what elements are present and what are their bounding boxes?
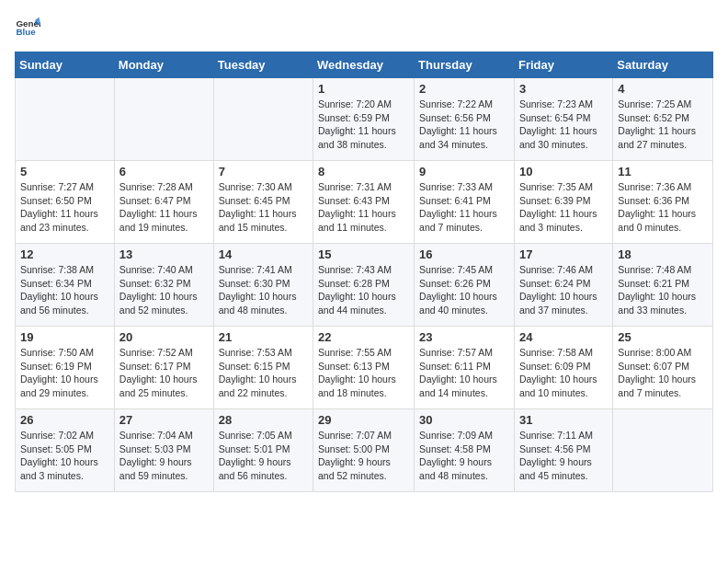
- day-number: 23: [419, 330, 509, 344]
- header: General Blue: [15, 15, 713, 40]
- day-info: Sunrise: 7:55 AM Sunset: 6:13 PM Dayligh…: [318, 346, 409, 400]
- table-cell: 9Sunrise: 7:33 AM Sunset: 6:41 PM Daylig…: [415, 161, 515, 244]
- table-cell: 29Sunrise: 7:07 AM Sunset: 5:00 PM Dayli…: [313, 409, 415, 492]
- day-number: 3: [519, 82, 608, 96]
- week-row-1: 5Sunrise: 7:27 AM Sunset: 6:50 PM Daylig…: [16, 161, 713, 244]
- day-info: Sunrise: 7:52 AM Sunset: 6:17 PM Dayligh…: [119, 346, 209, 400]
- day-number: 13: [119, 247, 209, 261]
- table-cell: [114, 78, 213, 161]
- calendar-body: 1Sunrise: 7:20 AM Sunset: 6:59 PM Daylig…: [16, 78, 713, 492]
- col-monday: Monday: [114, 52, 213, 78]
- day-number: 1: [318, 82, 409, 96]
- day-number: 10: [519, 165, 608, 178]
- day-number: 8: [318, 165, 409, 178]
- day-number: 14: [219, 247, 308, 261]
- table-cell: 5Sunrise: 7:27 AM Sunset: 6:50 PM Daylig…: [16, 161, 115, 244]
- week-row-3: 19Sunrise: 7:50 AM Sunset: 6:19 PM Dayli…: [16, 327, 713, 409]
- day-number: 28: [219, 413, 308, 427]
- day-info: Sunrise: 7:35 AM Sunset: 6:39 PM Dayligh…: [519, 180, 608, 235]
- table-cell: 2Sunrise: 7:22 AM Sunset: 6:56 PM Daylig…: [415, 78, 515, 161]
- table-cell: 7Sunrise: 7:30 AM Sunset: 6:45 PM Daylig…: [213, 161, 313, 244]
- day-number: 7: [219, 165, 308, 178]
- table-cell: 21Sunrise: 7:53 AM Sunset: 6:15 PM Dayli…: [213, 327, 313, 409]
- table-cell: 11Sunrise: 7:36 AM Sunset: 6:36 PM Dayli…: [613, 161, 713, 244]
- day-info: Sunrise: 7:31 AM Sunset: 6:43 PM Dayligh…: [318, 180, 409, 235]
- day-info: Sunrise: 7:05 AM Sunset: 5:01 PM Dayligh…: [219, 429, 308, 483]
- day-number: 20: [119, 330, 209, 344]
- table-cell: 23Sunrise: 7:57 AM Sunset: 6:11 PM Dayli…: [415, 327, 515, 409]
- day-info: Sunrise: 7:53 AM Sunset: 6:15 PM Dayligh…: [219, 346, 308, 400]
- day-number: 6: [119, 165, 209, 178]
- day-number: 27: [119, 413, 209, 427]
- table-cell: 19Sunrise: 7:50 AM Sunset: 6:19 PM Dayli…: [16, 327, 115, 409]
- day-info: Sunrise: 7:48 AM Sunset: 6:21 PM Dayligh…: [618, 263, 708, 317]
- day-info: Sunrise: 7:57 AM Sunset: 6:11 PM Dayligh…: [419, 346, 509, 400]
- day-info: Sunrise: 7:38 AM Sunset: 6:34 PM Dayligh…: [20, 263, 109, 317]
- day-number: 22: [318, 330, 409, 344]
- table-cell: 18Sunrise: 7:48 AM Sunset: 6:21 PM Dayli…: [613, 244, 713, 327]
- table-cell: [16, 78, 115, 161]
- table-cell: 27Sunrise: 7:04 AM Sunset: 5:03 PM Dayli…: [114, 409, 213, 492]
- day-number: 11: [618, 165, 708, 178]
- day-number: 16: [419, 247, 509, 261]
- col-sunday: Sunday: [16, 52, 115, 78]
- day-info: Sunrise: 7:45 AM Sunset: 6:26 PM Dayligh…: [419, 263, 509, 317]
- col-friday: Friday: [514, 52, 612, 78]
- table-cell: [213, 78, 313, 161]
- day-info: Sunrise: 7:09 AM Sunset: 4:58 PM Dayligh…: [419, 429, 509, 483]
- week-row-0: 1Sunrise: 7:20 AM Sunset: 6:59 PM Daylig…: [16, 78, 713, 161]
- col-tuesday: Tuesday: [213, 52, 313, 78]
- table-cell: 6Sunrise: 7:28 AM Sunset: 6:47 PM Daylig…: [114, 161, 213, 244]
- day-info: Sunrise: 7:40 AM Sunset: 6:32 PM Dayligh…: [119, 263, 209, 317]
- table-cell: 16Sunrise: 7:45 AM Sunset: 6:26 PM Dayli…: [415, 244, 515, 327]
- table-cell: 1Sunrise: 7:20 AM Sunset: 6:59 PM Daylig…: [313, 78, 415, 161]
- day-number: 18: [618, 247, 708, 261]
- calendar-table: Sunday Monday Tuesday Wednesday Thursday…: [15, 52, 713, 492]
- day-number: 31: [519, 413, 608, 427]
- table-cell: 24Sunrise: 7:58 AM Sunset: 6:09 PM Dayli…: [514, 327, 612, 409]
- day-number: 5: [20, 165, 109, 178]
- col-wednesday: Wednesday: [313, 52, 415, 78]
- day-info: Sunrise: 7:50 AM Sunset: 6:19 PM Dayligh…: [20, 346, 109, 400]
- col-saturday: Saturday: [613, 52, 713, 78]
- day-info: Sunrise: 7:04 AM Sunset: 5:03 PM Dayligh…: [119, 429, 209, 483]
- table-cell: 15Sunrise: 7:43 AM Sunset: 6:28 PM Dayli…: [313, 244, 415, 327]
- day-number: 15: [318, 247, 409, 261]
- day-number: 29: [318, 413, 409, 427]
- table-cell: 12Sunrise: 7:38 AM Sunset: 6:34 PM Dayli…: [16, 244, 115, 327]
- table-cell: 25Sunrise: 8:00 AM Sunset: 6:07 PM Dayli…: [613, 327, 713, 409]
- day-number: 21: [219, 330, 308, 344]
- table-cell: 17Sunrise: 7:46 AM Sunset: 6:24 PM Dayli…: [514, 244, 612, 327]
- day-info: Sunrise: 7:11 AM Sunset: 4:56 PM Dayligh…: [519, 429, 608, 483]
- table-cell: 8Sunrise: 7:31 AM Sunset: 6:43 PM Daylig…: [313, 161, 415, 244]
- svg-text:Blue: Blue: [16, 27, 36, 37]
- day-number: 9: [419, 165, 509, 178]
- table-cell: 10Sunrise: 7:35 AM Sunset: 6:39 PM Dayli…: [514, 161, 612, 244]
- day-info: Sunrise: 7:41 AM Sunset: 6:30 PM Dayligh…: [219, 263, 308, 317]
- table-cell: 13Sunrise: 7:40 AM Sunset: 6:32 PM Dayli…: [114, 244, 213, 327]
- day-number: 26: [20, 413, 109, 427]
- day-number: 25: [618, 330, 708, 344]
- day-info: Sunrise: 8:00 AM Sunset: 6:07 PM Dayligh…: [618, 346, 708, 400]
- day-info: Sunrise: 7:02 AM Sunset: 5:05 PM Dayligh…: [20, 429, 109, 483]
- table-cell: 30Sunrise: 7:09 AM Sunset: 4:58 PM Dayli…: [415, 409, 515, 492]
- day-number: 4: [618, 82, 708, 96]
- table-cell: 28Sunrise: 7:05 AM Sunset: 5:01 PM Dayli…: [213, 409, 313, 492]
- logo-icon: General Blue: [15, 15, 40, 40]
- day-info: Sunrise: 7:43 AM Sunset: 6:28 PM Dayligh…: [318, 263, 409, 317]
- day-number: 17: [519, 247, 608, 261]
- day-info: Sunrise: 7:58 AM Sunset: 6:09 PM Dayligh…: [519, 346, 608, 400]
- table-cell: 4Sunrise: 7:25 AM Sunset: 6:52 PM Daylig…: [613, 78, 713, 161]
- logo: General Blue: [15, 15, 40, 40]
- day-info: Sunrise: 7:46 AM Sunset: 6:24 PM Dayligh…: [519, 263, 608, 317]
- day-number: 2: [419, 82, 509, 96]
- day-info: Sunrise: 7:30 AM Sunset: 6:45 PM Dayligh…: [219, 180, 308, 235]
- day-info: Sunrise: 7:20 AM Sunset: 6:59 PM Dayligh…: [318, 98, 409, 152]
- day-info: Sunrise: 7:27 AM Sunset: 6:50 PM Dayligh…: [20, 180, 109, 235]
- day-number: 24: [519, 330, 608, 344]
- table-cell: 3Sunrise: 7:23 AM Sunset: 6:54 PM Daylig…: [514, 78, 612, 161]
- day-info: Sunrise: 7:25 AM Sunset: 6:52 PM Dayligh…: [618, 98, 708, 152]
- week-row-2: 12Sunrise: 7:38 AM Sunset: 6:34 PM Dayli…: [16, 244, 713, 327]
- day-number: 12: [20, 247, 109, 261]
- week-row-4: 26Sunrise: 7:02 AM Sunset: 5:05 PM Dayli…: [16, 409, 713, 492]
